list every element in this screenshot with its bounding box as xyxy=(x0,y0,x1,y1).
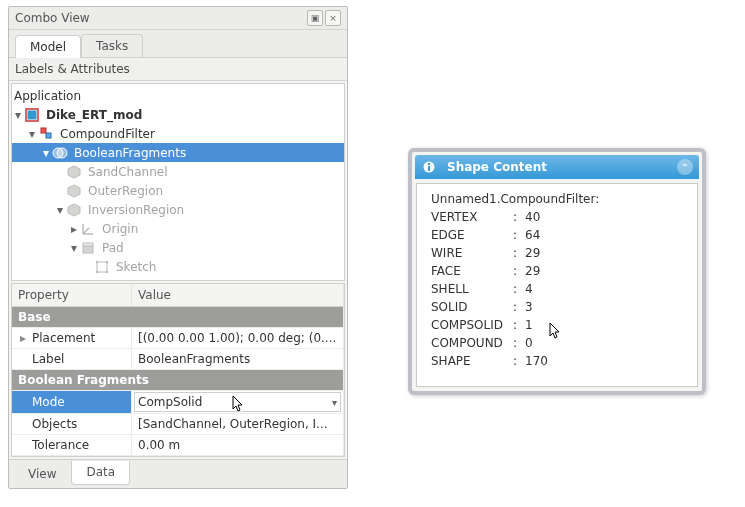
shape-row: SHAPE:170 xyxy=(431,352,687,370)
property-row-placement[interactable]: ▸Placement [(0.00 0.00 1.00); 0.00 deg; … xyxy=(12,328,344,349)
shape-content-body: Unnamed1.CompoundFilter: VERTEX:40 EDGE:… xyxy=(416,183,698,387)
cube-icon xyxy=(66,164,82,180)
property-bottom-tabs: View Data xyxy=(9,459,347,488)
tree-spacer xyxy=(54,165,66,179)
tree-document[interactable]: ▾ Dike_ERT_mod xyxy=(12,105,344,124)
svg-marker-7 xyxy=(68,185,80,197)
tree-item-compoundfilter[interactable]: ▾ CompoundFilter xyxy=(12,124,344,143)
tree-spacer xyxy=(82,260,94,274)
boolean-fragments-icon xyxy=(52,145,68,161)
property-group-base: Base xyxy=(12,307,344,328)
property-row-label[interactable]: Label BooleanFragments xyxy=(12,349,344,370)
compound-filter-icon xyxy=(38,126,54,142)
tree-item-origin[interactable]: ▸ Origin xyxy=(12,219,344,238)
tab-view[interactable]: View xyxy=(13,462,71,486)
shape-row: SHELL:4 xyxy=(431,280,687,298)
chevron-down-icon[interactable]: ▾ xyxy=(12,108,24,122)
collapse-icon[interactable]: ⌃ xyxy=(677,159,693,175)
tree-item-pad[interactable]: ▾ Pad xyxy=(12,238,344,257)
tree-item-sketch[interactable]: Sketch xyxy=(12,257,344,276)
combo-view-title: Combo View xyxy=(15,11,90,25)
tree-view[interactable]: Application ▾ Dike_ERT_mod ▾ CompoundFil… xyxy=(11,83,345,281)
svg-marker-8 xyxy=(68,204,80,216)
tree-root-application[interactable]: Application xyxy=(12,86,344,105)
svg-rect-3 xyxy=(46,133,51,138)
property-row-tolerance[interactable]: Tolerance 0.00 m xyxy=(12,435,344,456)
combo-view-titlebar[interactable]: Combo View ▣ × xyxy=(9,7,347,30)
tab-model[interactable]: Model xyxy=(15,35,81,58)
chevron-down-icon[interactable]: ▾ xyxy=(68,241,80,255)
tree-item-outerregion[interactable]: OuterRegion xyxy=(12,181,344,200)
tree-item-sandchannel[interactable]: SandChannel xyxy=(12,162,344,181)
document-icon xyxy=(24,107,40,123)
labels-attributes-header: Labels & Attributes xyxy=(9,58,347,81)
svg-point-14 xyxy=(96,270,99,273)
svg-rect-11 xyxy=(97,262,107,272)
cube-icon xyxy=(66,202,82,218)
svg-rect-1 xyxy=(28,110,37,119)
svg-point-5 xyxy=(57,148,67,158)
svg-rect-18 xyxy=(428,163,430,165)
svg-marker-6 xyxy=(68,166,80,178)
property-grid: Property Value Base ▸Placement [(0.00 0.… xyxy=(11,283,345,457)
svg-rect-17 xyxy=(428,166,430,171)
tree-item-inversionregion[interactable]: ▾ InversionRegion xyxy=(12,200,344,219)
svg-point-13 xyxy=(106,260,109,263)
property-header-property: Property xyxy=(12,284,132,307)
svg-rect-10 xyxy=(83,243,93,246)
chevron-down-icon[interactable]: ▾ xyxy=(40,146,52,160)
mode-dropdown[interactable]: CompSolid ▾ xyxy=(134,392,341,412)
shape-row: COMPSOLID:1 xyxy=(431,316,687,334)
shape-row: FACE:29 xyxy=(431,262,687,280)
shape-row: SOLID:3 xyxy=(431,298,687,316)
shape-content-dialog[interactable]: Shape Content ⌃ Unnamed1.CompoundFilter:… xyxy=(408,148,706,395)
shape-row: WIRE:29 xyxy=(431,244,687,262)
property-header-value: Value xyxy=(132,284,344,307)
shape-row: EDGE:64 xyxy=(431,226,687,244)
chevron-down-icon[interactable]: ▾ xyxy=(54,203,66,217)
combo-tabs: Model Tasks xyxy=(9,30,347,58)
svg-rect-9 xyxy=(83,246,93,253)
property-row-objects[interactable]: Objects [SandChannel, OuterRegion, I... xyxy=(12,414,344,435)
chevron-down-icon[interactable]: ▾ xyxy=(332,397,337,408)
shape-content-header: Unnamed1.CompoundFilter: xyxy=(431,192,687,206)
property-row-mode[interactable]: Mode CompSolid ▾ xyxy=(12,391,344,414)
svg-point-15 xyxy=(106,270,109,273)
close-icon[interactable]: × xyxy=(325,10,341,26)
tab-data[interactable]: Data xyxy=(71,461,130,485)
info-icon xyxy=(421,159,437,175)
window-buttons: ▣ × xyxy=(307,10,341,26)
cube-icon xyxy=(66,183,82,199)
shape-content-titlebar[interactable]: Shape Content ⌃ xyxy=(415,155,699,179)
tree-spacer xyxy=(54,184,66,198)
shape-row: COMPOUND:0 xyxy=(431,334,687,352)
svg-rect-2 xyxy=(41,128,46,133)
chevron-right-icon[interactable]: ▸ xyxy=(18,331,28,345)
svg-point-12 xyxy=(96,260,99,263)
sketch-icon xyxy=(94,259,110,275)
shape-row: VERTEX:40 xyxy=(431,208,687,226)
tree-item-booleanfragments[interactable]: ▾ BooleanFragments xyxy=(12,143,344,162)
undock-icon[interactable]: ▣ xyxy=(307,10,323,26)
combo-view-panel: Combo View ▣ × Model Tasks Labels & Attr… xyxy=(8,6,348,489)
tab-tasks[interactable]: Tasks xyxy=(81,34,143,57)
origin-icon xyxy=(80,221,96,237)
property-header: Property Value xyxy=(12,284,344,307)
chevron-right-icon[interactable]: ▸ xyxy=(68,222,80,236)
chevron-down-icon[interactable]: ▾ xyxy=(26,127,38,141)
property-group-boolean-fragments: Boolean Fragments xyxy=(12,370,344,391)
pad-icon xyxy=(80,240,96,256)
shape-content-title: Shape Content xyxy=(447,160,547,174)
